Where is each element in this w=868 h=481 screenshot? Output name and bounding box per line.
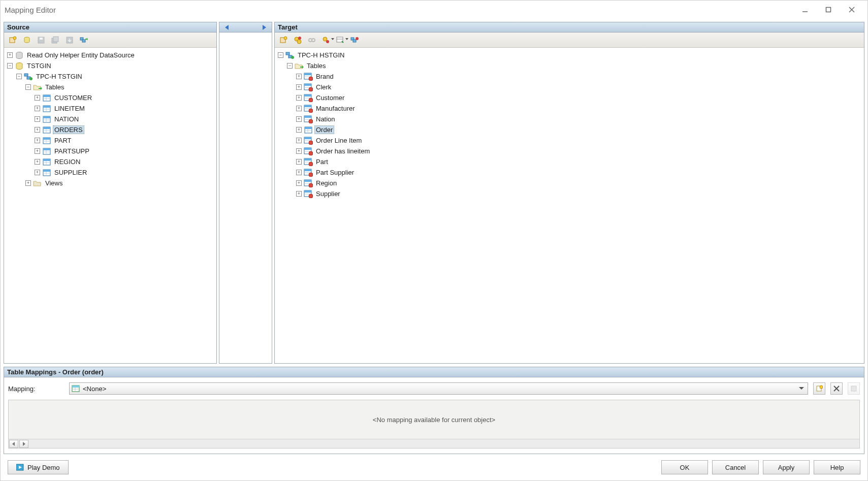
apply-button[interactable]: Apply xyxy=(763,460,810,474)
mapping-scrollbar[interactable] xyxy=(9,439,859,448)
source-schema[interactable]: −TPC-H TSTGIN xyxy=(4,71,216,82)
target-tables-folder[interactable]: −Tables xyxy=(275,60,864,71)
view-dropdown-icon[interactable] xyxy=(335,35,346,46)
source-views-folder[interactable]: +Views xyxy=(4,178,216,188)
target-table-region[interactable]: +Region xyxy=(275,178,864,188)
new-datasource-icon[interactable] xyxy=(7,35,18,46)
target-table-customer[interactable]: +Customer xyxy=(275,92,864,103)
table-icon xyxy=(304,190,313,198)
expand-icon[interactable]: + xyxy=(35,116,40,122)
target-table-order-line-item[interactable]: +Order Line Item xyxy=(275,135,864,146)
expand-icon[interactable]: + xyxy=(296,127,302,133)
collapse-icon[interactable]: − xyxy=(287,63,293,69)
source-table-region[interactable]: +REGION xyxy=(4,156,216,167)
svg-point-87 xyxy=(309,119,313,123)
target-table-order[interactable]: +Order xyxy=(275,124,864,135)
settings-dropdown-icon[interactable] xyxy=(320,35,332,46)
expand-icon[interactable]: + xyxy=(296,95,302,101)
collapse-icon[interactable]: − xyxy=(16,74,22,79)
cancel-label: Cancel xyxy=(725,464,746,471)
target-find-icon[interactable] xyxy=(349,35,360,46)
ok-button[interactable]: OK xyxy=(661,460,708,474)
svg-rect-24 xyxy=(43,106,50,108)
map-left-icon[interactable] xyxy=(222,23,232,32)
target-table-manufacturer[interactable]: +Manufacturer xyxy=(275,103,864,114)
edit-mapping-button xyxy=(848,382,860,395)
source-table-part[interactable]: +PART xyxy=(4,135,216,146)
target-table-nation[interactable]: +Nation xyxy=(275,114,864,124)
new-target-icon[interactable] xyxy=(278,35,289,46)
collapse-icon[interactable]: − xyxy=(278,52,283,58)
source-root-helper[interactable]: +Read Only Helper Entity DataSource xyxy=(4,50,216,60)
expand-icon[interactable]: + xyxy=(296,180,302,186)
svg-point-83 xyxy=(309,109,313,113)
svg-point-115 xyxy=(309,194,313,198)
play-demo-button[interactable]: Play Demo xyxy=(8,460,69,474)
expand-icon[interactable]: + xyxy=(35,106,40,111)
expand-icon[interactable]: + xyxy=(296,191,302,197)
scroll-left-icon[interactable] xyxy=(9,440,18,448)
help-button[interactable]: Help xyxy=(814,460,860,474)
expand-icon[interactable]: + xyxy=(296,84,302,90)
expand-icon[interactable]: + xyxy=(296,159,302,165)
source-table-nation[interactable]: +NATION xyxy=(4,114,216,124)
target-table-order-has-lineitem[interactable]: +Order has lineitem xyxy=(275,146,864,156)
expand-icon[interactable]: + xyxy=(25,180,31,186)
target-table-brand[interactable]: +Brand xyxy=(275,71,864,82)
collapse-icon[interactable]: − xyxy=(25,84,31,90)
svg-point-121 xyxy=(820,386,823,389)
source-header: Source xyxy=(4,22,216,33)
map-right-icon[interactable] xyxy=(260,23,269,32)
cancel-button[interactable]: Cancel xyxy=(712,460,759,474)
expand-icon[interactable]: + xyxy=(296,170,302,175)
find-icon[interactable] xyxy=(78,35,89,46)
source-table-partsupp[interactable]: +PARTSUPP xyxy=(4,146,216,156)
source-table-supplier[interactable]: +SUPPLIER xyxy=(4,167,216,178)
svg-rect-97 xyxy=(304,148,311,150)
expand-icon[interactable]: + xyxy=(35,148,40,154)
tree-label: Nation xyxy=(315,115,336,123)
close-button[interactable] xyxy=(840,2,863,18)
new-schema-icon[interactable] xyxy=(21,35,33,46)
new-mapping-button[interactable] xyxy=(813,382,825,395)
target-tree[interactable]: −TPC-H HSTGIN−Tables+Brand+Clerk+Custome… xyxy=(275,48,864,363)
expand-icon[interactable]: + xyxy=(296,138,302,143)
automap-icon[interactable] xyxy=(292,35,303,46)
source-root-tstgin[interactable]: −TSTGIN xyxy=(4,60,216,71)
target-table-clerk[interactable]: +Clerk xyxy=(275,82,864,92)
scroll-right-icon[interactable] xyxy=(19,440,28,448)
mapping-combo-value: <None> xyxy=(83,385,106,393)
target-table-part-supplier[interactable]: +Part Supplier xyxy=(275,167,864,178)
mapping-editor-window: Mapping Editor Source +Read Only Helper … xyxy=(0,0,868,481)
collapse-icon[interactable]: − xyxy=(7,63,13,69)
source-table-customer[interactable]: +CUSTOMER xyxy=(4,92,216,103)
svg-rect-40 xyxy=(43,148,50,150)
middle-canvas xyxy=(219,33,272,363)
source-tree[interactable]: +Read Only Helper Entity DataSource−TSTG… xyxy=(4,48,216,363)
expand-icon[interactable]: + xyxy=(296,74,302,79)
table-icon xyxy=(304,158,313,166)
expand-icon[interactable]: + xyxy=(296,116,302,122)
mapping-combo[interactable]: <None> xyxy=(69,382,808,395)
expand-icon[interactable]: + xyxy=(35,159,40,165)
svg-rect-20 xyxy=(43,95,50,97)
datasource-icon xyxy=(15,51,24,59)
minimize-button[interactable] xyxy=(793,2,817,18)
source-tables-folder[interactable]: −Tables xyxy=(4,82,216,92)
delete-mapping-button[interactable] xyxy=(830,382,843,395)
source-table-orders[interactable]: +ORDERS xyxy=(4,124,216,135)
expand-icon[interactable]: + xyxy=(35,138,40,143)
svg-point-67 xyxy=(291,56,294,59)
expand-icon[interactable]: + xyxy=(35,170,40,175)
expand-icon[interactable]: + xyxy=(35,127,40,133)
target-schema[interactable]: −TPC-H HSTGIN xyxy=(275,50,864,60)
target-table-part[interactable]: +Part xyxy=(275,156,864,167)
expand-icon[interactable]: + xyxy=(7,52,13,58)
maximize-button[interactable] xyxy=(817,2,840,18)
svg-point-59 xyxy=(326,40,329,43)
expand-icon[interactable]: + xyxy=(296,148,302,154)
expand-icon[interactable]: + xyxy=(296,106,302,111)
target-table-supplier[interactable]: +Supplier xyxy=(275,188,864,199)
source-table-lineitem[interactable]: +LINEITEM xyxy=(4,103,216,114)
expand-icon[interactable]: + xyxy=(35,95,40,101)
